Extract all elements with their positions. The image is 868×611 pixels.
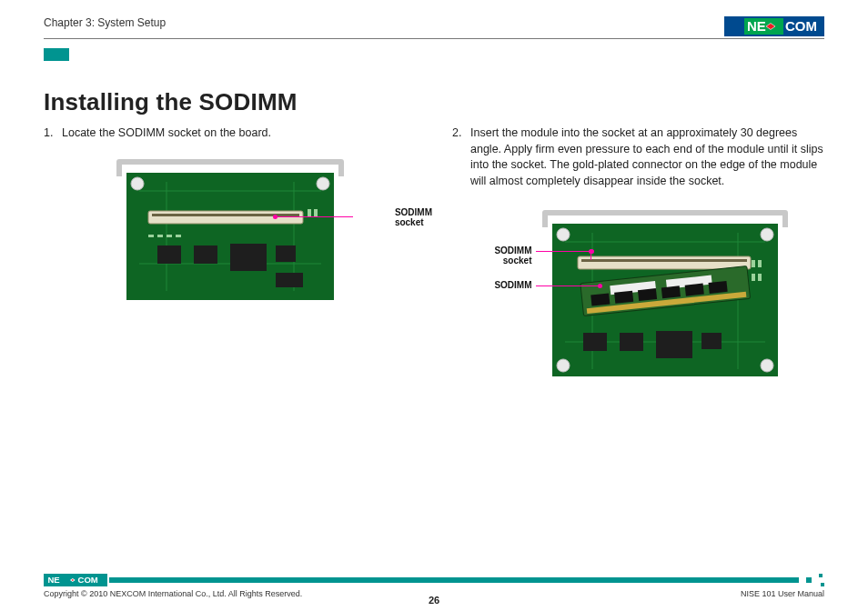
svg-rect-52 — [701, 333, 722, 349]
svg-rect-53 — [752, 260, 755, 267]
step-2: 2. Insert the module into the socket at … — [452, 125, 824, 189]
svg-text:COM: COM — [78, 575, 98, 585]
svg-rect-55 — [752, 274, 755, 281]
figure-board-left — [112, 155, 348, 300]
svg-text:NE: NE — [47, 575, 59, 585]
svg-rect-20 — [276, 273, 303, 287]
step-2-text: Insert the module into the socket at an … — [470, 125, 824, 189]
svg-point-34 — [761, 228, 773, 241]
svg-rect-51 — [656, 331, 692, 358]
header-rule — [44, 38, 824, 39]
svg-rect-44 — [614, 291, 633, 304]
svg-rect-49 — [583, 333, 607, 351]
svg-rect-24 — [176, 235, 181, 237]
svg-rect-26 — [314, 209, 318, 216]
callout-sodimm-socket-left: SODIMM socket — [395, 207, 432, 227]
figure-board-right — [538, 205, 792, 378]
svg-rect-22 — [157, 235, 163, 237]
svg-rect-17 — [194, 245, 217, 264]
svg-rect-37 — [578, 256, 751, 269]
callout-sodimm-socket-right: SODIMM socket — [494, 245, 531, 265]
svg-rect-50 — [620, 333, 643, 351]
page-title: Installing the SODIMM — [44, 88, 824, 116]
callout-sodimm-module: SODIMM — [494, 280, 531, 290]
svg-rect-25 — [308, 209, 311, 216]
nexcom-logo-top: NE COM — [724, 16, 824, 36]
svg-rect-54 — [758, 260, 762, 267]
step-1-text: Locate the SODIMM socket on the board. — [62, 125, 271, 142]
svg-rect-21 — [148, 235, 154, 237]
svg-text:COM: COM — [785, 18, 817, 34]
step-1: 1. Locate the SODIMM socket on the board… — [44, 125, 416, 142]
svg-point-12 — [131, 177, 144, 190]
svg-point-35 — [557, 359, 570, 372]
svg-rect-23 — [167, 235, 172, 237]
footer-bar: NE COM — [44, 574, 824, 586]
svg-text:NE: NE — [747, 18, 766, 34]
svg-rect-56 — [758, 274, 762, 281]
svg-point-36 — [761, 359, 773, 372]
teal-accent-bar — [44, 48, 69, 61]
svg-point-33 — [557, 228, 570, 241]
svg-rect-38 — [581, 259, 747, 262]
svg-rect-14 — [148, 211, 303, 224]
page-number: 26 — [44, 595, 824, 606]
svg-rect-16 — [157, 245, 181, 264]
step-2-number: 2. — [452, 125, 463, 189]
svg-rect-45 — [637, 288, 656, 301]
svg-rect-43 — [590, 293, 610, 306]
chapter-label: Chapter 3: System Setup — [44, 16, 166, 29]
step-1-number: 1. — [44, 125, 55, 142]
nexcom-logo-footer: NE COM — [44, 574, 107, 586]
svg-rect-48 — [708, 281, 727, 294]
svg-rect-47 — [684, 284, 703, 296]
svg-rect-19 — [276, 245, 296, 262]
svg-point-13 — [317, 177, 329, 190]
svg-rect-18 — [230, 244, 267, 271]
svg-rect-46 — [661, 285, 680, 298]
